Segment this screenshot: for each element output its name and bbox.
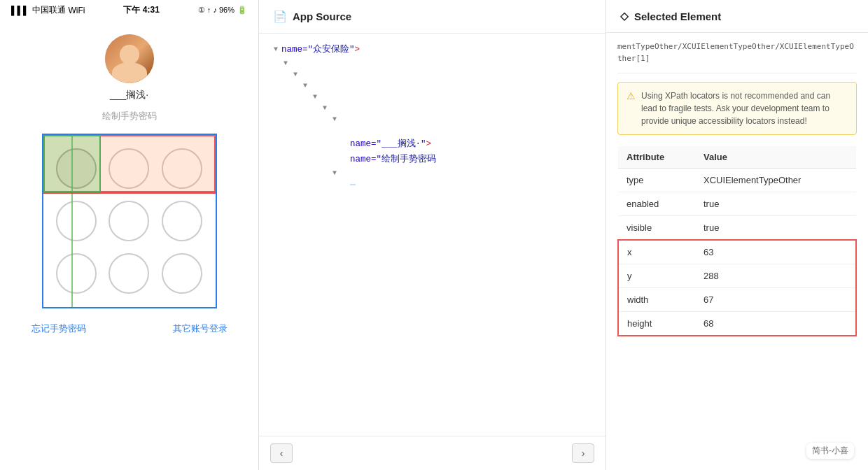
app-source-panel: 📄 App Source ▼name="众安保险">▼▼▼▼▼▼ name="_… <box>259 0 606 470</box>
table-row-highlighted: x63 <box>618 240 856 264</box>
gesture-cell-4[interactable] <box>50 194 103 247</box>
tree-item[interactable]: ▼ <box>270 114 594 125</box>
tree-item[interactable]: ▼ <box>270 103 594 114</box>
gesture-circle-3 <box>162 148 202 189</box>
attr-value-highlighted: 67 <box>695 288 856 312</box>
tree-toggle[interactable] <box>339 213 350 224</box>
attr-column-header: Attribute <box>618 146 695 169</box>
tree-item[interactable]: ▼ <box>270 80 594 92</box>
attr-name-highlighted: y <box>618 264 695 288</box>
gesture-cell-6[interactable] <box>155 194 208 247</box>
attr-name: enabled <box>618 192 695 216</box>
xml-tag: name="___搁浅·"> <box>350 136 431 152</box>
attr-value: XCUIElementTypeOther <box>695 169 856 192</box>
next-button[interactable]: › <box>572 443 594 463</box>
tree-toggle[interactable] <box>339 246 350 257</box>
tree-item[interactable]: ▼ <box>270 69 594 80</box>
attr-name: visible <box>618 216 695 241</box>
xml-val: "___搁浅·" <box>377 139 426 149</box>
gesture-circle-5 <box>108 201 149 241</box>
tree-item[interactable] <box>270 235 594 246</box>
gesture-circle-2 <box>108 148 149 189</box>
table-row: typeXCUIElementTypeOther <box>618 169 856 192</box>
avatar <box>105 34 154 83</box>
gesture-cell-1[interactable] <box>50 142 103 194</box>
status-bar: ▌▌▌ 中国联通 WiFi 下午 4:31 ① ↑ ♪ 96% 🔋 <box>0 0 258 20</box>
gesture-circle-9 <box>162 253 202 294</box>
tree-toggle[interactable] <box>339 179 350 190</box>
tree-item[interactable] <box>270 201 594 213</box>
gesture-cell-7[interactable] <box>50 248 103 300</box>
gesture-circle-6 <box>162 201 202 241</box>
tree-item[interactable] <box>270 257 594 269</box>
gesture-cell-9[interactable] <box>155 248 208 300</box>
selected-node[interactable] <box>350 184 356 185</box>
tree-toggle[interactable] <box>339 224 350 235</box>
tree-item[interactable]: name="___搁浅·"> <box>270 136 594 152</box>
wifi-icon: WiFi <box>69 6 85 15</box>
app-source-title: App Source <box>293 10 351 22</box>
tree-toggle[interactable] <box>339 154 350 165</box>
attr-value-highlighted: 68 <box>695 312 856 336</box>
phone-content: ___搁浅· 绘制手势密码 忘记手势密码 其它账号登录 <box>0 20 258 335</box>
tree-toggle[interactable]: ▼ <box>290 69 301 80</box>
gesture-cell-8[interactable] <box>103 248 155 300</box>
xml-tag-suffix: > <box>426 139 432 149</box>
tree-toggle[interactable]: ▼ <box>300 80 311 92</box>
tree-toggle[interactable]: ▼ <box>270 44 281 55</box>
signal-icon: ▌▌▌ <box>11 6 29 15</box>
tree-item[interactable]: ▼ <box>270 92 594 103</box>
tree-item[interactable]: name="绘制手势密码 <box>270 152 594 168</box>
gesture-circle-8 <box>108 253 149 294</box>
tree-item[interactable] <box>270 190 594 201</box>
xml-tree[interactable]: ▼name="众安保险">▼▼▼▼▼▼ name="___搁浅·"> name=… <box>259 34 606 436</box>
xml-tag: name="绘制手势密码 <box>350 152 436 168</box>
tree-item[interactable] <box>270 246 594 257</box>
tree-toggle[interactable] <box>339 235 350 246</box>
time-display: 下午 4:31 <box>123 4 159 16</box>
tree-item[interactable]: ▼name="众安保险"> <box>270 42 594 58</box>
tree-toggle[interactable] <box>339 190 350 201</box>
watermark-badge: 简书-小喜 <box>806 443 854 459</box>
tree-toggle[interactable]: ▼ <box>319 103 330 114</box>
app-source-header: 📄 App Source <box>259 0 606 34</box>
selected-element-panel: ◇ Selected Element mentTypeOther/XCUIEle… <box>606 0 868 470</box>
tree-toggle[interactable] <box>339 138 350 150</box>
carrier-signal: ▌▌▌ 中国联通 WiFi <box>11 4 85 16</box>
gesture-cell-3[interactable] <box>155 142 208 194</box>
xml-attr: name= <box>350 139 377 149</box>
tree-item[interactable] <box>270 179 594 190</box>
xml-tag: name="众安保险"> <box>281 42 360 58</box>
warning-icon: ⚠ <box>626 90 636 127</box>
xml-val: "绘制手势密码 <box>377 155 437 164</box>
gesture-cell-2[interactable] <box>103 142 155 194</box>
prev-button[interactable]: ‹ <box>270 443 293 463</box>
gesture-cell-5[interactable] <box>103 194 155 247</box>
phone-simulator: ▌▌▌ 中国联通 WiFi 下午 4:31 ① ↑ ♪ 96% 🔋 ___搁浅·… <box>0 0 259 470</box>
tree-toggle[interactable] <box>339 257 350 269</box>
attr-value: true <box>695 192 856 216</box>
tree-item[interactable] <box>270 125 594 136</box>
gesture-grid-container[interactable] <box>42 134 217 308</box>
tree-toggle[interactable]: ▼ <box>309 92 321 103</box>
tree-toggle[interactable]: ▼ <box>280 58 291 69</box>
tree-toggle[interactable] <box>339 125 350 136</box>
gesture-instruction: 绘制手势密码 <box>102 110 157 122</box>
tree-toggle[interactable]: ▼ <box>329 114 340 125</box>
other-account-link[interactable]: 其它账号登录 <box>173 322 227 335</box>
tree-navigation: ‹ › <box>259 436 606 470</box>
gesture-grid <box>43 135 216 307</box>
misc-icons: ① ↑ ♪ 96% <box>198 6 234 15</box>
tree-toggle[interactable]: ▼ <box>329 168 340 179</box>
tree-item[interactable] <box>270 213 594 224</box>
tree-toggle[interactable] <box>339 201 350 213</box>
attr-name: type <box>618 169 695 192</box>
tree-item[interactable]: ▼ <box>270 58 594 69</box>
selected-element-header: ◇ Selected Element <box>606 0 868 33</box>
gesture-circle-7 <box>56 253 97 294</box>
xml-tag-suffix: > <box>355 45 360 55</box>
forgot-gesture-link[interactable]: 忘记手势密码 <box>31 322 86 335</box>
battery-icon: 🔋 <box>237 6 247 15</box>
tree-item[interactable]: ▼ <box>270 168 594 179</box>
tree-item[interactable] <box>270 224 594 235</box>
